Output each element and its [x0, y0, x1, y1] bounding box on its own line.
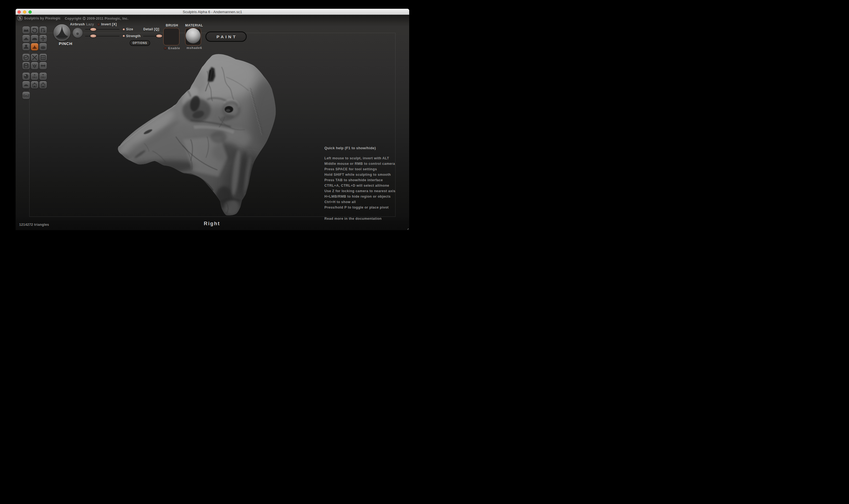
svg-text:OBJ: OBJ [41, 76, 46, 78]
svg-text:GoZ: GoZ [23, 94, 29, 97]
svg-text:S: S [19, 16, 21, 20]
svg-text:OBJ: OBJ [32, 76, 37, 78]
